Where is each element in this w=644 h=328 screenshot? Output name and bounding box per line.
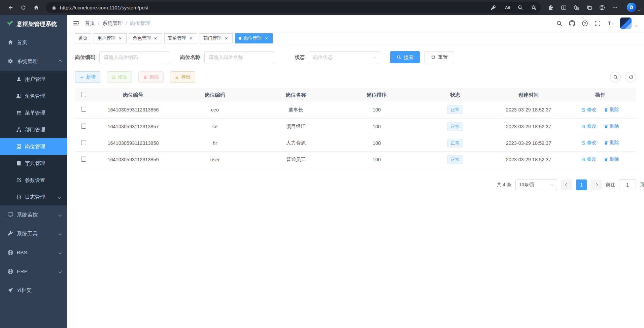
sidebar-item-bbs[interactable]: BBS [0, 243, 67, 262]
table-row[interactable]: 1641030593112313856 ceo 董事长 100 正常 2023-… [75, 102, 636, 118]
edge-copilot-icon[interactable]: b [627, 3, 636, 12]
site-lock-icon[interactable] [50, 3, 57, 12]
sidebar-item-label: 系统监控 [17, 211, 56, 219]
col-post-name: 岗位名称 [256, 88, 336, 102]
user-avatar[interactable] [620, 18, 632, 29]
sidebar-fold-icon[interactable] [73, 20, 79, 27]
browser-refresh-button[interactable] [17, 1, 30, 14]
refresh-table-button[interactable] [625, 72, 636, 83]
post-id: 1641030593112313856 [92, 102, 174, 118]
sidebar-item-system-management[interactable]: 系统管理 [0, 52, 67, 71]
row-edit-link[interactable]: 修改 [581, 107, 596, 113]
goto-page-input[interactable] [619, 179, 636, 190]
tags-view-bar: 首页 用户管理 角色管理 菜单管理 部门管理 岗位管理 [67, 32, 644, 45]
browser-menu-icon[interactable] [608, 1, 621, 14]
sidebar-item-erp[interactable]: ERP [0, 262, 67, 281]
sidebar-item-system-tools[interactable]: 系统工具 [0, 224, 67, 243]
close-icon[interactable] [224, 36, 229, 41]
password-key-icon[interactable] [488, 3, 499, 12]
zoom-out-icon[interactable] [515, 3, 526, 12]
sidebar-item-dept-management[interactable]: 部门管理 [0, 121, 67, 138]
browser-profile-icon[interactable] [596, 1, 608, 14]
browser-home-button[interactable] [30, 1, 42, 14]
sidebar-item-label: BBS [17, 250, 56, 256]
add-favorite-icon[interactable] [528, 3, 539, 12]
table-row[interactable]: 1641030593112313858 hr 人力资源 100 正常 2023-… [75, 135, 636, 151]
help-question-icon[interactable] [582, 20, 588, 27]
edit-button[interactable]: 修改 [107, 71, 132, 83]
breadcrumb-system[interactable]: 系统管理 [95, 20, 123, 27]
next-page-button[interactable] [591, 179, 602, 190]
sidebar-item-label: 首页 [17, 39, 61, 46]
close-icon[interactable] [264, 36, 269, 41]
address-bar[interactable]: https://ccnetcore.com:1101/system/post [46, 2, 541, 13]
table-row[interactable]: 1641030593112313857 se 项目经理 100 正常 2023-… [75, 118, 636, 135]
row-edit-link[interactable]: 修改 [581, 156, 596, 162]
chevron-down-icon [59, 213, 62, 217]
browser-back-button[interactable] [4, 1, 17, 14]
tab-role-management[interactable]: 角色管理 [129, 33, 162, 43]
tab-post-management[interactable]: 岗位管理 [235, 33, 273, 43]
close-icon[interactable] [188, 36, 194, 41]
export-button[interactable]: 导出 [170, 71, 195, 83]
delete-button[interactable]: 删除 [138, 71, 164, 83]
col-actions: 操作 [564, 88, 636, 102]
post-name-input[interactable] [204, 51, 275, 63]
row-delete-link[interactable]: 删除 [604, 156, 619, 162]
sidebar-item-home[interactable]: 首页 [0, 33, 67, 52]
avatar-caret-icon[interactable] [635, 24, 638, 27]
close-icon[interactable] [153, 36, 158, 41]
tab-home[interactable]: 首页 [75, 33, 91, 43]
github-icon[interactable] [569, 20, 575, 27]
fullscreen-icon[interactable] [595, 20, 601, 27]
row-checkbox[interactable] [81, 107, 86, 112]
row-checkbox[interactable] [81, 124, 86, 129]
row-delete-link[interactable]: 删除 [604, 107, 619, 113]
sidebar-item-param-settings[interactable]: 参数设置 [0, 172, 67, 189]
row-edit-link[interactable]: 修改 [581, 123, 596, 129]
sidebar-item-user-management[interactable]: 用户管理 [0, 71, 67, 88]
sidebar-item-system-monitor[interactable]: 系统监控 [0, 205, 67, 224]
prev-page-button[interactable] [561, 179, 572, 190]
favorites-icon[interactable] [570, 1, 583, 14]
font-size-icon[interactable] [607, 20, 614, 27]
sidebar-item-role-management[interactable]: 角色管理 [0, 88, 67, 104]
row-checkbox[interactable] [81, 140, 86, 145]
row-delete-link[interactable]: 删除 [604, 140, 619, 146]
close-icon[interactable] [117, 36, 123, 41]
search-button[interactable]: 搜索 [390, 51, 420, 63]
extensions-icon[interactable] [544, 1, 557, 14]
sidebar-item-yi-framework[interactable]: Yi框架 [0, 281, 67, 300]
breadcrumb-home[interactable]: 首页 [85, 20, 95, 27]
toggle-search-button[interactable] [610, 72, 621, 83]
sidebar-item-post-management[interactable]: 岗位管理 [0, 138, 67, 155]
select-all-checkbox[interactable] [81, 92, 86, 97]
copilot-caret-icon[interactable] [638, 8, 640, 11]
header-search-icon[interactable] [556, 20, 563, 27]
status-badge: 正常 [447, 155, 463, 164]
row-edit-link[interactable]: 修改 [581, 140, 596, 146]
collections-icon[interactable] [583, 1, 596, 14]
tab-user-management[interactable]: 用户管理 [94, 33, 127, 43]
table-row[interactable]: 1641030593112313859 user 普通员工 100 正常 202… [75, 151, 636, 168]
split-screen-icon[interactable] [557, 1, 570, 14]
page-1-button[interactable]: 1 [576, 179, 587, 190]
page-size-select[interactable]: 10条/页 [515, 179, 557, 190]
sidebar-item-dict-management[interactable]: 字典管理 [0, 155, 67, 172]
active-dot-icon [239, 37, 241, 40]
tab-dept-management[interactable]: 部门管理 [200, 33, 233, 43]
post-name: 董事长 [256, 102, 336, 118]
read-aloud-icon[interactable] [501, 3, 512, 12]
reset-button[interactable]: 重置 [425, 51, 454, 63]
url-text[interactable]: https://ccnetcore.com:1101/system/post [60, 5, 485, 10]
tab-menu-management[interactable]: 菜单管理 [164, 33, 197, 43]
row-delete-link[interactable]: 删除 [604, 123, 619, 129]
row-checkbox[interactable] [81, 157, 86, 162]
status-select[interactable]: 岗位状态 [309, 51, 380, 63]
post-sort: 100 [336, 102, 417, 118]
post-name: 人力资源 [256, 135, 336, 151]
sidebar-item-log-management[interactable]: 日志管理 [0, 189, 67, 205]
add-button[interactable]: 新增 [75, 71, 100, 83]
post-code-input[interactable] [99, 51, 170, 63]
sidebar-item-menu-management[interactable]: 菜单管理 [0, 104, 67, 121]
